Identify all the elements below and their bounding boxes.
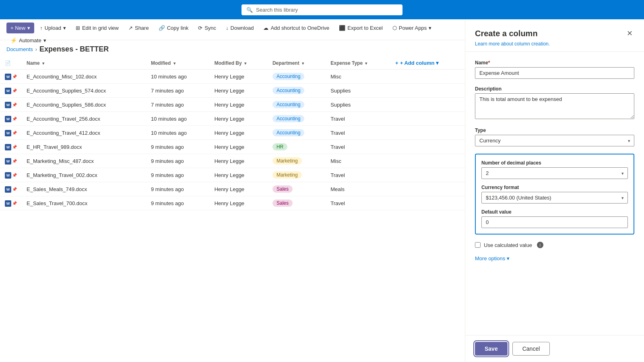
table-row[interactable]: W 📌 E_Accounting_Supplies_574.docx 7 min…: [0, 84, 465, 98]
col-header-department[interactable]: Department ▾: [268, 57, 326, 70]
department-badge: HR: [272, 143, 287, 150]
word-icon: W: [5, 88, 11, 94]
use-calculated-checkbox[interactable]: [475, 242, 481, 248]
row-expense-type-cell: Misc: [326, 70, 390, 84]
pin-icon: 📌: [12, 88, 17, 93]
file-row-icon: W 📌: [5, 116, 17, 122]
row-add-col-cell: [390, 112, 465, 126]
table-row[interactable]: W 📌 E_Marketing_Misc_487.docx 9 minutes …: [0, 154, 465, 168]
new-button-label: + New: [10, 25, 25, 31]
col-header-expense-type[interactable]: Expense Type ▾: [326, 57, 390, 70]
name-sort-icon: ▾: [42, 61, 44, 66]
add-shortcut-button[interactable]: ☁ Add shortcut to OneDrive: [259, 23, 333, 33]
name-input[interactable]: [475, 67, 634, 79]
row-add-col-cell: [390, 126, 465, 140]
col-header-name[interactable]: Name ▾: [22, 57, 146, 70]
col-header-modified[interactable]: Modified ▾: [146, 57, 210, 70]
word-icon: W: [5, 172, 11, 179]
power-apps-button[interactable]: ⬡ Power Apps ▾: [388, 23, 436, 33]
row-icon-cell: W 📌: [0, 182, 22, 196]
col-header-add-column[interactable]: + + Add column ▾: [390, 57, 465, 70]
row-modified-by-cell: Henry Legge: [210, 70, 268, 84]
row-icon-cell: W 📌: [0, 154, 22, 168]
download-button[interactable]: ↓ Download: [222, 23, 258, 33]
upload-chevron-icon: ▾: [63, 25, 66, 31]
file-table-body: W 📌 E_Accounting_Misc_102.docx 10 minute…: [0, 70, 465, 210]
table-row[interactable]: W 📌 E_Sales_Meals_749.docx 9 minutes ago…: [0, 182, 465, 196]
default-value-input[interactable]: [481, 216, 628, 228]
table-row[interactable]: W 📌 E_Accounting_Travel_256.docx 10 minu…: [0, 112, 465, 126]
search-box[interactable]: 🔍 Search this library: [242, 4, 402, 15]
pin-icon: 📌: [12, 117, 17, 121]
row-name-cell: E_Accounting_Supplies_574.docx: [22, 84, 146, 98]
use-calculated-label[interactable]: Use calculated value: [484, 242, 532, 248]
file-table-wrapper: 📄 Name ▾ Modified ▾ Modified By ▾: [0, 57, 465, 210]
word-icon: W: [5, 116, 11, 122]
more-options-button[interactable]: More options ▾: [475, 255, 510, 261]
share-label: Share: [135, 25, 149, 31]
file-row-icon: W 📌: [5, 74, 17, 80]
automate-icon: ⚡: [10, 37, 17, 43]
row-department-cell: HR: [268, 140, 326, 154]
top-bar: 🔍 Search this library: [0, 0, 644, 19]
description-label: Description: [475, 86, 634, 92]
description-textarea[interactable]: [475, 93, 634, 119]
file-row-icon: W 📌: [5, 102, 17, 108]
automate-button[interactable]: ⚡ Automate ▾: [6, 35, 50, 46]
word-icon: W: [5, 144, 11, 150]
row-modified-cell: 10 minutes ago: [146, 126, 210, 140]
more-options-label: More options: [475, 255, 505, 261]
row-add-col-cell: [390, 98, 465, 112]
currency-format-label: Currency format: [481, 185, 628, 190]
export-excel-label: Export to Excel: [347, 25, 382, 31]
upload-icon: ↑: [40, 25, 43, 31]
col-header-icon: 📄: [0, 57, 22, 70]
share-button[interactable]: ↗ Share: [124, 23, 153, 33]
row-department-cell: Sales: [268, 196, 326, 210]
sync-button[interactable]: ⟳ Sync: [194, 23, 220, 33]
row-add-col-cell: [390, 140, 465, 154]
add-col-plus-icon: +: [395, 60, 398, 66]
file-row-icon: W 📌: [5, 186, 17, 193]
decimal-select[interactable]: 012345: [481, 167, 628, 179]
modified-by-sort-icon: ▾: [244, 61, 246, 66]
default-value-form-group: Default value: [481, 209, 628, 228]
add-column-button[interactable]: + + Add column ▾: [395, 60, 460, 66]
edit-grid-button[interactable]: ⊞ Edit in grid view: [72, 23, 123, 33]
row-modified-cell: 10 minutes ago: [146, 70, 210, 84]
export-excel-button[interactable]: ⬛ Export to Excel: [335, 23, 386, 33]
decimal-form-group: Number of decimal places 012345 ▾: [481, 160, 628, 179]
row-name-cell: E_Marketing_Misc_487.docx: [22, 154, 146, 168]
type-select-wrapper: CurrencySingle line of textMultiple line…: [475, 135, 634, 146]
currency-format-select[interactable]: $123,456.00 (United States)€123.456,00 (…: [481, 192, 628, 204]
table-row[interactable]: W 📌 E_Accounting_Travel_412.docx 10 minu…: [0, 126, 465, 140]
file-row-icon: W 📌: [5, 172, 17, 179]
pin-icon: 📌: [12, 201, 17, 206]
department-badge: Marketing: [272, 171, 302, 179]
info-icon[interactable]: i: [537, 242, 543, 248]
panel-subtitle[interactable]: Learn more about column creation.: [475, 41, 634, 47]
new-button[interactable]: + New ▾: [6, 23, 34, 33]
cancel-button[interactable]: Cancel: [512, 342, 550, 356]
row-department-cell: Marketing: [268, 168, 326, 182]
table-row[interactable]: W 📌 E_Marketing_Travel_002.docx 9 minute…: [0, 168, 465, 182]
pin-icon: 📌: [12, 145, 17, 149]
row-expense-type-cell: Supplies: [326, 98, 390, 112]
breadcrumb-parent[interactable]: Documents: [6, 46, 33, 52]
decimal-label: Number of decimal places: [481, 160, 628, 166]
table-row[interactable]: W 📌 E_Accounting_Supplies_586.docx 7 min…: [0, 98, 465, 112]
save-button[interactable]: Save: [475, 342, 508, 356]
col-header-modified-by[interactable]: Modified By ▾: [210, 57, 268, 70]
table-row[interactable]: W 📌 E_Accounting_Misc_102.docx 10 minute…: [0, 70, 465, 84]
upload-button[interactable]: ↑ Upload ▾: [36, 23, 70, 33]
row-name-cell: E_Sales_Meals_749.docx: [22, 182, 146, 196]
table-row[interactable]: W 📌 E_HR_Travel_989.docx 9 minutes ago H…: [0, 140, 465, 154]
row-add-col-cell: [390, 70, 465, 84]
type-select[interactable]: CurrencySingle line of textMultiple line…: [475, 135, 634, 146]
copy-link-button[interactable]: 🔗 Copy link: [155, 23, 192, 33]
table-row[interactable]: W 📌 E_Sales_Travel_700.docx 9 minutes ag…: [0, 196, 465, 210]
row-expense-type-cell: Meals: [326, 182, 390, 196]
share-icon: ↗: [128, 25, 133, 31]
close-panel-button[interactable]: ✕: [625, 27, 634, 39]
row-name-cell: E_Sales_Travel_700.docx: [22, 196, 146, 210]
